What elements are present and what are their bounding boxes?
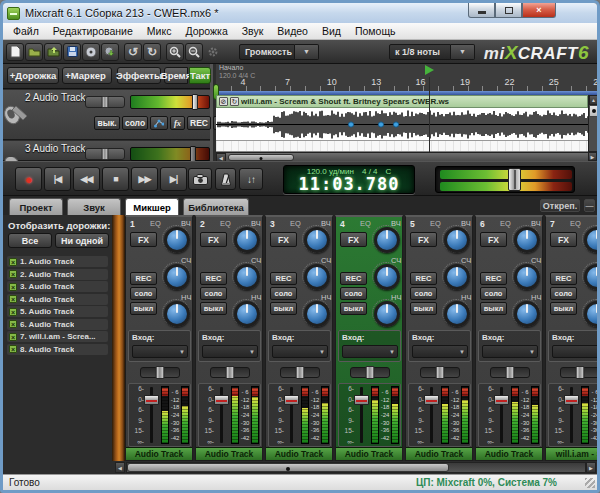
track-checkbox[interactable]: × (9, 295, 17, 303)
pan-slider[interactable] (350, 367, 390, 378)
pan-handle[interactable] (296, 366, 305, 379)
input-select[interactable]: ▼ (412, 345, 468, 358)
volume-selector-dropdown[interactable]: ▼ (295, 44, 319, 60)
rec-button[interactable]: REC (480, 272, 507, 285)
title-bar[interactable]: Mixcraft 6.1 Сборка 213 - CWER.mx6 * × (3, 3, 597, 23)
eq-low-knob[interactable] (372, 299, 400, 327)
burn-cd-button[interactable] (82, 43, 100, 61)
eq-mid-knob[interactable] (442, 262, 470, 290)
fader-handle[interactable] (144, 395, 159, 405)
maximize-button[interactable] (495, 3, 522, 18)
track-rec-button[interactable]: REC (187, 116, 211, 130)
volume-fader[interactable] (430, 387, 433, 443)
playhead-flag[interactable] (425, 65, 434, 75)
settings-gear-icon[interactable] (204, 43, 222, 61)
solo-button[interactable]: соло (130, 287, 157, 300)
tab-0[interactable]: Проект (9, 198, 63, 215)
pan-handle[interactable] (366, 366, 375, 379)
snapshot-button[interactable] (188, 168, 212, 190)
rec-button[interactable]: REC (550, 272, 577, 285)
eq-low-knob[interactable] (302, 299, 330, 327)
pan-handle[interactable] (226, 366, 235, 379)
add-track-button[interactable]: +Дорожка (7, 67, 59, 84)
eq-mid-knob[interactable] (232, 262, 260, 290)
fx-button[interactable]: FX (480, 232, 507, 247)
rec-button[interactable]: REC (340, 272, 367, 285)
volume-fader[interactable] (220, 387, 223, 443)
volume-fader[interactable] (150, 387, 153, 443)
master-volume-handle[interactable] (508, 168, 521, 191)
mix-down-button[interactable] (101, 43, 119, 61)
mixer-track-list-item[interactable]: ×2. Audio Track (7, 269, 108, 280)
eq-mid-knob[interactable] (302, 262, 330, 290)
track-checkbox[interactable]: × (9, 333, 17, 341)
stop-button[interactable]: ■ (102, 167, 129, 191)
pan-handle[interactable] (506, 366, 515, 379)
empty-track-lane[interactable] (216, 141, 588, 152)
eq-mid-knob[interactable] (582, 262, 597, 290)
collapse-panel-button[interactable]: — (584, 199, 595, 212)
resize-grip[interactable] (585, 478, 595, 488)
mute-button[interactable]: выкл (200, 302, 227, 315)
pan-slider[interactable] (210, 367, 250, 378)
master-volume-slider[interactable] (435, 166, 575, 193)
pan-slider[interactable] (490, 367, 530, 378)
scroll-right-arrow[interactable]: ▶ (588, 152, 597, 161)
mixer-scroll-right-arrow[interactable]: ▶ (586, 462, 596, 473)
audio-clip-header[interactable]: ⊘ ↻ will.i.am - Scream & Shout ft. Britn… (216, 95, 588, 108)
snap-selector-dropdown[interactable]: ▼ (451, 44, 475, 60)
track-zoom-button[interactable] (589, 105, 598, 117)
fader-handle[interactable] (564, 395, 579, 405)
input-select[interactable]: ▼ (202, 345, 258, 358)
track-volume-slider[interactable] (130, 95, 210, 109)
fx-button[interactable]: FX (200, 232, 227, 247)
volume-fader[interactable] (570, 387, 573, 443)
volume-fader[interactable] (290, 387, 293, 443)
menu-item-3[interactable]: Дорожка (178, 24, 234, 38)
track-automation-button[interactable] (150, 116, 168, 130)
menu-item-1[interactable]: Редактирование (46, 24, 140, 38)
fx-button[interactable]: FX (340, 232, 367, 247)
timeline-horizontal-scrollbar[interactable]: ◀ (216, 152, 588, 161)
go-to-end-button[interactable]: ▶| (160, 167, 187, 191)
scroll-thumb[interactable] (228, 154, 294, 161)
menu-item-4[interactable]: Звук (235, 24, 271, 38)
effects-button[interactable]: Эффекты (117, 67, 161, 84)
eq-low-knob[interactable] (442, 299, 470, 327)
pan-slider[interactable] (420, 367, 460, 378)
minimize-button[interactable] (468, 3, 495, 18)
eq-high-knob[interactable] (162, 225, 190, 253)
fader-handle[interactable] (284, 395, 299, 405)
show-all-button[interactable]: Все (8, 233, 52, 248)
new-project-button[interactable] (6, 43, 24, 61)
metronome-button[interactable] (215, 168, 236, 190)
mute-button[interactable]: выкл (550, 302, 577, 315)
pan-handle[interactable] (156, 366, 165, 379)
mixer-scroll-thumb[interactable] (127, 463, 449, 472)
rec-button[interactable]: REC (270, 272, 297, 285)
mixer-channel-7[interactable]: 7EQВЧFXСЧRECсоловыклНЧВход:▼6-0-6-9-15-∞… (545, 215, 597, 461)
track-pan-slider[interactable] (85, 148, 125, 160)
mixer-channel-6[interactable]: 6EQВЧFXСЧRECсоловыклНЧВход:▼6-0-6-9-15-∞… (475, 215, 543, 461)
automation-point[interactable] (348, 122, 353, 127)
mute-button[interactable]: выкл (340, 302, 367, 315)
mixer-track-list-item[interactable]: ×3. Audio Track (7, 281, 108, 292)
mixer-channel-1[interactable]: 1EQВЧFXСЧRECсоловыклНЧВход:▼6-0-6-9-15-∞… (125, 215, 193, 461)
zoom-out-button[interactable] (185, 43, 203, 61)
open-project-button[interactable] (25, 43, 43, 61)
undock-button[interactable]: Откреп. (540, 199, 580, 212)
automation-point[interactable] (378, 122, 383, 127)
mixer-track-list-item[interactable]: ×4. Audio Track (7, 294, 108, 305)
pan-slider[interactable] (140, 367, 180, 378)
zoom-in-button[interactable] (166, 43, 184, 61)
import-file-button[interactable] (44, 43, 62, 61)
mixer-track-list-item[interactable]: ×5. Audio Track (7, 306, 108, 317)
pan-slider[interactable] (560, 367, 597, 378)
snap-selector-value[interactable]: к 1/8 ноты (389, 44, 451, 60)
fader-handle[interactable] (494, 395, 509, 405)
eq-mid-knob[interactable] (512, 262, 540, 290)
track-volume-slider[interactable] (130, 147, 210, 161)
solo-button[interactable]: соло (200, 287, 227, 300)
volume-fader[interactable] (360, 387, 363, 443)
mute-button[interactable]: выкл (480, 302, 507, 315)
